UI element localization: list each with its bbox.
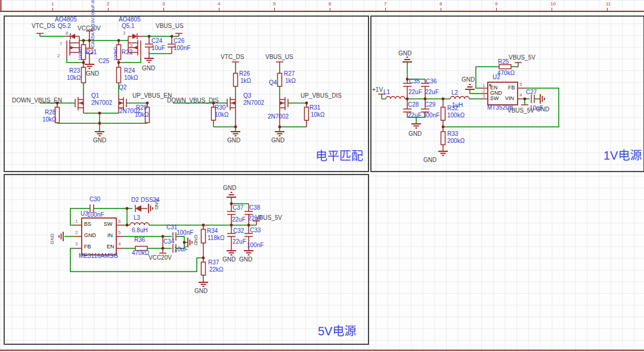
net-up-vbus-dis[interactable]: UP_VBUS_DIS	[301, 93, 342, 99]
wire[interactable]	[57, 113, 147, 132]
resistor-r31[interactable]	[305, 103, 309, 127]
des-q5-1[interactable]: Q5.1	[122, 23, 135, 29]
des-c32[interactable]: C32	[233, 228, 244, 234]
gnd-symbol-c37-top[interactable]	[227, 192, 236, 197]
des-r28[interactable]: R28	[45, 110, 55, 116]
val-r32[interactable]: 100kΩ	[447, 113, 465, 119]
des-c30[interactable]: C30	[89, 197, 100, 203]
des-c37[interactable]: C37	[233, 205, 243, 211]
net-down-vbus-en[interactable]: DOWN_VBUS_EN	[12, 98, 62, 104]
pinnum-u2-3[interactable]: 3	[482, 94, 485, 99]
pinnum-u2-1[interactable]: 1	[482, 83, 485, 88]
pin-u3-fb[interactable]: FB	[84, 244, 91, 250]
des-c31[interactable]: C31	[166, 225, 177, 230]
net-gnd-c34[interactable]: GND	[193, 235, 198, 250]
pinnum-u3-1[interactable]: 1	[75, 219, 78, 224]
net-port-vbus5v-out[interactable]	[253, 221, 260, 225]
pinnum-q5-1-3[interactable]: 3	[123, 31, 125, 36]
des-r34[interactable]: R34	[207, 228, 218, 234]
des-l2[interactable]: L2	[451, 90, 458, 96]
inductor-l3[interactable]	[130, 223, 149, 225]
ic-u3[interactable]	[75, 218, 123, 255]
des-l3[interactable]: L3	[134, 215, 140, 221]
part-q5-2[interactable]: AO4805	[55, 17, 77, 23]
val-c37[interactable]: 22uF	[232, 217, 246, 223]
gnd-symbol-c32[interactable]	[227, 251, 236, 255]
pinnum-q5-2-2[interactable]: 2	[57, 54, 60, 58]
val-r27[interactable]: 1kΩ	[285, 78, 296, 84]
pin-u3-sw[interactable]: SW	[104, 222, 113, 227]
gnd-symbol-1v-caps[interactable]	[411, 124, 421, 128]
val-c36[interactable]: 22uF	[425, 89, 439, 95]
pinnum-q5-1-4[interactable]: 4	[130, 51, 132, 56]
gnd-symbol-lm-left[interactable]	[95, 132, 104, 136]
part-c25[interactable]: CA45A-B-10V100uF-K	[91, 2, 95, 48]
val-c28[interactable]: 22uF	[408, 113, 422, 119]
gnd-symbol-1v-top[interactable]	[402, 57, 412, 62]
gnd-symbol-q3[interactable]	[231, 132, 240, 136]
wire[interactable]	[213, 127, 236, 132]
des-q2[interactable]: Q2	[119, 85, 126, 91]
des-c25[interactable]: C25	[98, 58, 109, 64]
resistor-r25[interactable]	[499, 65, 511, 69]
net-down-vbus-dis[interactable]: DOWN_VBUS_DIS	[167, 98, 219, 104]
des-r26[interactable]: R26	[239, 71, 250, 77]
net-vbus5v-r25[interactable]: VBUS_5V	[509, 55, 535, 61]
des-c34[interactable]: C34	[163, 239, 174, 245]
resistor-r26[interactable]	[234, 73, 238, 86]
net-gnd-lm-left[interactable]: GND	[93, 138, 106, 144]
val-r33[interactable]: 200kΩ	[447, 138, 465, 144]
pin-u2-sw[interactable]: SW	[490, 96, 499, 101]
gnd-symbol-c33[interactable]	[244, 251, 253, 255]
net-gnd-1v-top[interactable]: GND	[398, 51, 411, 57]
des-d2[interactable]: D2	[131, 197, 139, 203]
net-gnd-c37-top[interactable]: GND	[223, 185, 236, 191]
val-r28[interactable]: 10kΩ	[42, 117, 57, 123]
pinnum-u2-4[interactable]: 4	[519, 93, 522, 98]
val-r23[interactable]: 10kΩ	[67, 75, 81, 81]
transistor-q4[interactable]	[280, 96, 288, 127]
gnd-symbol-d2[interactable]	[148, 204, 153, 213]
gnd-symbol-u2[interactable]	[465, 85, 475, 89]
des-r33[interactable]: R33	[447, 131, 458, 137]
wire[interactable]	[231, 197, 249, 204]
val-q1[interactable]: 2N7002	[91, 100, 112, 106]
gnd-symbol-q4[interactable]	[275, 132, 284, 136]
wire[interactable]	[407, 62, 425, 79]
val-c26[interactable]: 100nF	[174, 45, 190, 51]
pin-u2-fb[interactable]: FB	[508, 85, 515, 91]
gnd-symbol-r33[interactable]	[438, 151, 448, 155]
des-c24[interactable]: C24	[151, 38, 162, 44]
part-u3[interactable]: ME3116AMSG	[79, 253, 118, 259]
pin-u3-gnd[interactable]: GND	[84, 233, 96, 238]
des-c28[interactable]: C28	[408, 102, 419, 108]
val-r21[interactable]: 100kΩ	[78, 43, 83, 61]
ic-u2[interactable]	[481, 82, 525, 105]
des-c33[interactable]: C33	[250, 228, 261, 233]
net-vbus-us-2[interactable]: VBUS_US	[265, 54, 293, 60]
net-gnd-r37[interactable]: GND	[194, 288, 208, 294]
net-gnd-q3[interactable]: GND	[227, 138, 240, 144]
val-q3[interactable]: 2N7002	[243, 100, 264, 106]
val-r25[interactable]: 470kΩ	[497, 70, 515, 76]
des-c35[interactable]: C35	[409, 79, 420, 85]
des-c26[interactable]: C26	[174, 38, 184, 44]
net-vcc20v-2[interactable]: VCC20V	[148, 255, 172, 261]
wire[interactable]	[123, 208, 130, 225]
pinnum-u3-4[interactable]: 4	[118, 242, 120, 247]
des-c38[interactable]: C38	[249, 205, 260, 211]
net-plus-1v[interactable]: +1V	[372, 87, 383, 93]
gnd-symbol-c34[interactable]	[188, 238, 192, 247]
val-r24[interactable]: 10kΩ	[124, 75, 138, 81]
des-c27[interactable]: C27	[526, 89, 537, 95]
pinnum-u3-5[interactable]: 5	[118, 230, 120, 235]
val-c33[interactable]: 100nF	[247, 242, 264, 248]
resistor-r32[interactable]	[441, 99, 445, 127]
resistor-r23[interactable]	[82, 63, 86, 83]
pinnum-u3-2[interactable]: 2	[75, 230, 78, 235]
val-c30[interactable]: 100nF	[87, 212, 104, 218]
des-r21[interactable]: R21	[86, 49, 97, 55]
net-gnd-u3pin2[interactable]: GND	[50, 229, 55, 244]
val-l3[interactable]: 6.8uH	[132, 228, 148, 233]
resistor-r24[interactable]	[117, 63, 121, 83]
